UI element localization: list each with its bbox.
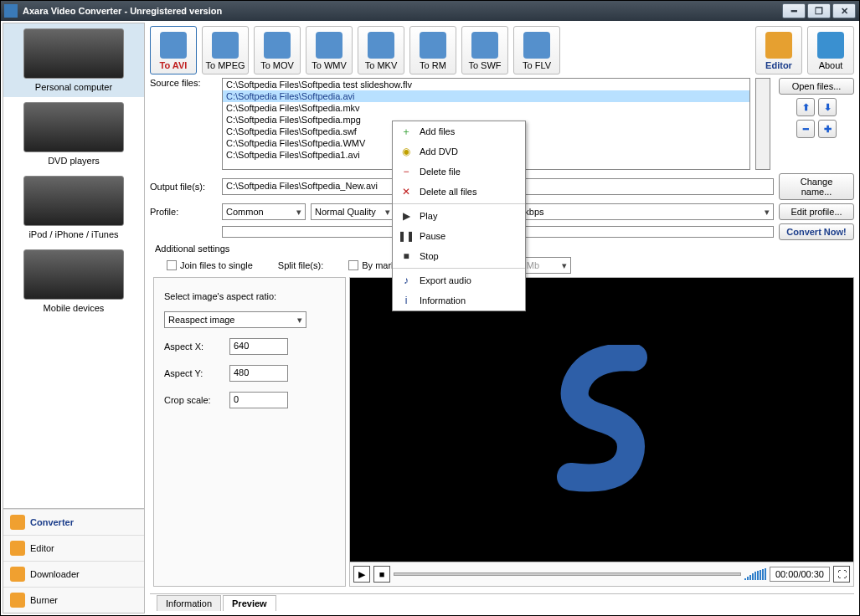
tab-preview[interactable]: Preview bbox=[223, 595, 276, 611]
format-label: To WMV bbox=[312, 60, 347, 70]
format-to-wmv-button[interactable]: To WMV bbox=[306, 26, 353, 74]
format-icon bbox=[264, 32, 291, 59]
device-thumb-icon bbox=[23, 249, 124, 300]
aspect-x-input[interactable]: 640 bbox=[229, 338, 288, 355]
format-label: To MKV bbox=[365, 60, 398, 70]
converter-icon bbox=[10, 515, 25, 530]
format-label: To MOV bbox=[260, 60, 294, 70]
format-icon bbox=[316, 32, 342, 59]
source-files-label: Source files: bbox=[150, 78, 217, 88]
profile-label: Profile: bbox=[150, 207, 217, 217]
join-files-checkbox[interactable]: Join files to single bbox=[167, 260, 253, 270]
device-thumb-icon bbox=[23, 176, 124, 226]
menu-icon: ◉ bbox=[399, 145, 413, 158]
device-thumb-icon bbox=[23, 102, 124, 152]
format-to-swf-button[interactable]: To SWF bbox=[461, 26, 508, 74]
format-icon bbox=[420, 32, 446, 59]
about-button[interactable]: About bbox=[807, 26, 854, 74]
sidebar: Personal computerDVD playersiPod / iPhon… bbox=[3, 23, 145, 613]
stop-button[interactable]: ■ bbox=[373, 566, 390, 583]
device-item[interactable]: iPod / iPhone / iTunes bbox=[3, 171, 144, 244]
add-file-button[interactable]: ✚ bbox=[818, 120, 837, 138]
volume-indicator[interactable] bbox=[744, 568, 766, 580]
convert-now-button[interactable]: Convert Now! bbox=[779, 223, 854, 240]
about-icon bbox=[817, 32, 844, 59]
close-button[interactable]: ✕ bbox=[832, 3, 856, 18]
format-label: To MPEG bbox=[205, 60, 245, 70]
menu-item-information[interactable]: iInformation bbox=[393, 290, 525, 311]
editor-button[interactable]: Editor bbox=[755, 26, 802, 74]
menu-icon: ❚❚ bbox=[399, 229, 413, 243]
device-item[interactable]: Personal computer bbox=[3, 23, 144, 97]
aspect-y-input[interactable]: 480 bbox=[229, 365, 288, 382]
select-aspect-label: Select image's aspect ratio: bbox=[164, 291, 335, 301]
app-icon bbox=[4, 4, 18, 18]
seek-slider[interactable] bbox=[394, 572, 741, 576]
open-files-button[interactable]: Open files... bbox=[779, 78, 854, 95]
menu-label: Add DVD bbox=[420, 146, 458, 157]
menu-icon: − bbox=[399, 165, 413, 178]
move-up-button[interactable]: ⬆ bbox=[796, 98, 815, 116]
menu-label: Delete all files bbox=[420, 187, 476, 197]
device-label: Mobile devices bbox=[44, 303, 105, 313]
crop-scale-input[interactable]: 0 bbox=[229, 392, 288, 408]
menu-item-delete-all-files[interactable]: ✕Delete all files bbox=[393, 182, 525, 202]
minimize-button[interactable]: ━ bbox=[782, 3, 806, 18]
change-name-button[interactable]: Change name... bbox=[779, 173, 854, 200]
window-title: Axara Video Converter - Unregistered ver… bbox=[23, 6, 780, 16]
source-file-item[interactable]: C:\Softpedia Files\Softpedia.mkv bbox=[223, 102, 749, 114]
menu-icon: ✕ bbox=[399, 185, 413, 198]
nav-item-converter[interactable]: Converter bbox=[3, 509, 144, 535]
toolbar: To AVITo MPEGTo MOVTo WMVTo MKVTo RMTo S… bbox=[150, 26, 854, 74]
menu-item-play[interactable]: ▶Play bbox=[393, 206, 525, 226]
nav-label: Downloader bbox=[30, 569, 80, 579]
format-to-flv-button[interactable]: To FLV bbox=[513, 26, 560, 74]
aspect-y-label: Aspect Y: bbox=[164, 368, 223, 378]
menu-item-stop[interactable]: ■Stop bbox=[393, 246, 525, 266]
edit-profile-button[interactable]: Edit profile... bbox=[779, 203, 854, 220]
menu-icon: ＋ bbox=[399, 125, 413, 138]
format-to-mpeg-button[interactable]: To MPEG bbox=[202, 26, 249, 74]
aspect-mode-combo[interactable]: Reaspect image bbox=[164, 311, 306, 328]
profile-preset-combo[interactable]: Common bbox=[222, 203, 306, 220]
menu-label: Pause bbox=[420, 231, 445, 241]
device-item[interactable]: DVD players bbox=[3, 97, 144, 171]
nav-item-burner[interactable]: Burner bbox=[3, 587, 144, 613]
play-button[interactable]: ▶ bbox=[353, 566, 370, 583]
fullscreen-button[interactable]: ⛶ bbox=[833, 566, 850, 583]
maximize-button[interactable]: ❐ bbox=[807, 3, 831, 18]
format-icon bbox=[368, 32, 394, 59]
scrollbar[interactable] bbox=[755, 78, 770, 170]
device-thumb-icon bbox=[23, 28, 124, 79]
tab-information[interactable]: Information bbox=[157, 595, 221, 611]
menu-icon: ♪ bbox=[399, 274, 413, 287]
profile-quality-combo[interactable]: Normal Quality bbox=[311, 203, 394, 220]
format-icon bbox=[523, 32, 550, 59]
nav-item-editor[interactable]: Editor bbox=[3, 535, 144, 561]
format-to-avi-button[interactable]: To AVI bbox=[150, 26, 197, 74]
nav-item-downloader[interactable]: Downloader bbox=[3, 561, 144, 587]
menu-item-export-audio[interactable]: ♪Export audio bbox=[393, 270, 525, 290]
source-file-item[interactable]: C:\Softpedia Files\Softpedia.avi bbox=[223, 90, 749, 102]
format-to-mkv-button[interactable]: To MKV bbox=[358, 26, 404, 74]
remove-file-button[interactable]: ━ bbox=[796, 120, 815, 138]
format-to-mov-button[interactable]: To MOV bbox=[254, 26, 301, 74]
source-file-item[interactable]: C:\Softpedia Files\Softpedia test slides… bbox=[223, 79, 749, 90]
device-item[interactable]: Mobile devices bbox=[3, 244, 144, 318]
menu-label: Export audio bbox=[420, 275, 471, 285]
time-display: 00:00/00:30 bbox=[770, 567, 830, 582]
aspect-x-label: Aspect X: bbox=[164, 341, 223, 352]
move-down-button[interactable]: ⬇ bbox=[818, 98, 837, 116]
menu-label: Information bbox=[420, 295, 466, 305]
menu-label: Play bbox=[420, 211, 437, 221]
menu-item-add-dvd[interactable]: ◉Add DVD bbox=[393, 141, 525, 162]
device-label: iPod / iPhone / iTunes bbox=[28, 229, 118, 239]
output-file-label: Output file(s): bbox=[150, 182, 217, 192]
burner-icon bbox=[10, 593, 25, 608]
device-label: DVD players bbox=[48, 156, 100, 166]
menu-item-delete-file[interactable]: −Delete file bbox=[393, 162, 525, 182]
format-to-rm-button[interactable]: To RM bbox=[409, 26, 456, 74]
menu-item-add-files[interactable]: ＋Add files bbox=[393, 121, 525, 141]
editor-icon bbox=[765, 32, 792, 59]
menu-item-pause[interactable]: ❚❚Pause bbox=[393, 226, 525, 246]
